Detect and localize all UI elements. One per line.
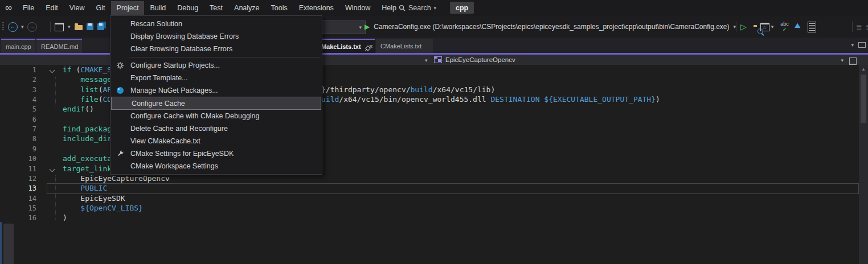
menubar-item-extensions[interactable]: Extensions [293,1,339,15]
nuget-icon [115,86,125,95]
navigate-forward-button[interactable]: → [27,22,37,32]
menu-item-label: Configure Cache [132,100,185,108]
menubar-item-test[interactable]: Test [204,1,228,15]
menu-item-label: Delete Cache and Reconfigure [130,125,228,133]
new-item-dropdown-icon[interactable]: ▾ [68,24,71,30]
code-text: file(CO [63,95,112,104]
menu-item-cmake-workspace-settings[interactable]: CMake Workspace Settings [110,160,322,172]
tab-label: CMakeLists.txt [317,43,361,50]
tab-readme-md[interactable]: README.md [36,39,82,53]
scrollbar-up-icon[interactable]: ▴ [859,65,868,73]
navigate-back-button[interactable]: ← [8,22,18,32]
line-number: 3 [16,86,36,94]
tab-main-cpp[interactable]: main.cpp [1,39,35,53]
code-line: 14 EpicEyeSDK [0,194,859,204]
menu-item-display-browsing-database-errors[interactable]: Display Browsing Database Errors [110,30,322,43]
menubar-item-window[interactable]: Window [339,1,376,15]
code-line: 12 EpicEyeCaptureOpencv [0,174,859,184]
document-outline-button[interactable] [808,22,816,32]
menu-item-clear-browsing-database-errors[interactable]: Clear Browsing Database Errors [110,43,322,55]
menu-item-label: CMake Settings for EpicEyeSDK [130,150,234,158]
project-menu-popup: Rescan SolutionDisplay Browsing Database… [110,15,322,175]
line-number: 11 [16,165,36,173]
menu-item-rescan-solution[interactable]: Rescan Solution [110,18,322,30]
target-dropdown[interactable]: EpicEyeCaptureOpencv [434,55,515,65]
menubar-item-tools[interactable]: Tools [265,1,293,15]
open-folder-button[interactable] [75,25,83,30]
code-text: EpicEyeCaptureOpencv [63,174,170,183]
code-text: EpicEyeSDK [63,194,125,203]
select-element-button[interactable] [795,23,802,30]
menu-item-label: View CMakeCache.txt [130,137,200,145]
visual-studio-logo-icon: ∞ [0,2,17,14]
token: message [80,75,112,84]
toolbar-separator [50,22,51,32]
toolbar-separator [852,22,853,32]
line-number: 7 [16,125,36,133]
token: /x64/vc15/lib) [433,85,496,94]
token [63,95,80,104]
target-name: EpicEyeCaptureOpencv [445,56,515,63]
menu-item-label: CMake Workspace Settings [130,162,218,170]
line-number: 5 [16,105,36,113]
search-label: Search [408,4,431,12]
fold-chevron-icon[interactable] [50,166,55,172]
gear-icon [115,61,125,70]
menubar-item-build[interactable]: Build [144,1,171,15]
navigate-back-dropdown-icon[interactable]: ▾ [21,24,24,30]
start-without-debugging-button[interactable]: ▷ [740,22,747,31]
tab-cmakelists-txt-2[interactable]: CMakeLists.txt [376,39,433,53]
toolbar-grip[interactable] [2,22,4,31]
search-box[interactable]: Search ▾ [399,2,436,14]
menu-item-label: Configure Cache with CMake Debugging [130,112,260,120]
scrollbar-thumb[interactable] [861,75,866,123]
solution-badge[interactable]: cpp [450,2,474,14]
tab-options-icon[interactable] [858,42,866,48]
menu-item-configure-startup-projects[interactable]: Configure Startup Projects... [110,59,322,72]
line-number: 14 [16,195,36,203]
pin-icon[interactable] [363,44,367,48]
code-line: 13 PUBLIC [0,184,859,193]
line-number: 13 [16,184,36,192]
line-number: 1 [16,66,36,74]
save-button[interactable] [87,23,93,30]
menu-item-configure-cache[interactable]: Configure Cache [111,97,321,110]
menu-item-export-template[interactable]: Export Template... [110,72,322,84]
tab-list-dropdown-icon[interactable]: ▾ [851,42,854,48]
chevron-down-icon: ▾ [359,24,362,30]
run-target-label[interactable]: CameraConfig.exe (D:\workspaces\CSProjec… [374,23,729,31]
token: ( [72,65,81,74]
menu-item-manage-nuget-packages[interactable]: Manage NuGet Packages... [110,84,322,97]
start-debugging-button[interactable]: ▶ [365,23,370,31]
menubar-item-file[interactable]: File [17,1,40,15]
token: add_executa [63,154,112,163]
menu-item-delete-cache-and-reconfigure[interactable]: Delete Cache and Reconfigure [110,122,322,135]
menu-item-label: Manage NuGet Packages... [130,86,218,94]
code-text: find_packag [63,125,112,133]
new-item-button[interactable] [55,23,64,31]
fold-chevron-icon[interactable] [50,68,55,73]
menubar-item-edit[interactable]: Edit [40,1,64,15]
token: ${OpenCV_LIBS} [80,204,143,212]
line-number: 16 [16,214,36,222]
formatting-disabled-icon: ≣ [866,23,868,31]
menubar-item-project[interactable]: Project [111,1,145,15]
bottom-left-strip [3,224,14,264]
token [63,194,80,203]
menubar-item-git[interactable]: Git [91,1,111,15]
menu-item-view-cmakecache-txt[interactable]: View CMakeCache.txt [110,135,322,147]
menu-item-configure-cache-with-cmake-debugging[interactable]: Configure Cache with CMake Debugging [110,110,322,122]
menubar-item-analyze[interactable]: Analyze [228,1,265,15]
menu-item-cmake-settings-for-epiceyesdk[interactable]: CMake Settings for EpicEyeSDK [110,147,322,160]
token: EpicEyeCaptureOpencv [80,174,170,183]
save-all-button[interactable] [97,23,104,30]
wrench-icon [115,149,125,158]
spell-checker-button[interactable]: abc ✓ [780,22,789,32]
token: CMAKE_S [80,65,112,74]
menubar-item-view[interactable]: View [64,1,91,15]
menubar-item-debug[interactable]: Debug [171,1,204,15]
code-text: endif() [63,105,94,113]
scope-dropdown-icon[interactable]: ▾ [425,57,428,63]
code-text: list(AP [63,85,112,94]
token: ${EXECUTABLE_OUTPUT_PATH} [544,95,656,104]
